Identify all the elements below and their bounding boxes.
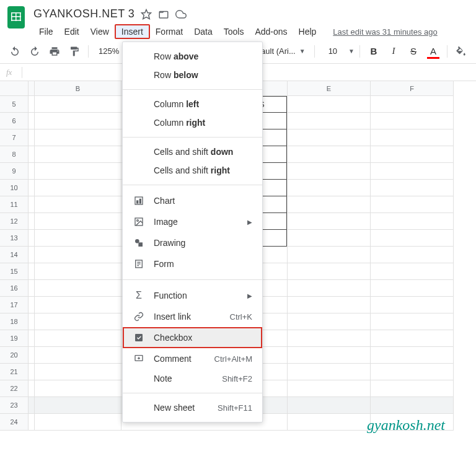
cell[interactable] bbox=[29, 347, 35, 364]
row-header[interactable]: 11 bbox=[0, 196, 29, 213]
cell[interactable] bbox=[288, 196, 371, 213]
cell[interactable] bbox=[29, 180, 35, 196]
cell[interactable] bbox=[288, 330, 371, 347]
cell[interactable] bbox=[371, 196, 454, 213]
row-header[interactable]: 19 bbox=[0, 330, 29, 347]
menu-item-chart[interactable]: Chart bbox=[123, 190, 262, 211]
select-all-cell[interactable] bbox=[0, 81, 29, 96]
cell[interactable] bbox=[29, 146, 35, 163]
move-icon[interactable] bbox=[158, 9, 169, 20]
cell[interactable] bbox=[288, 213, 371, 230]
row-header[interactable]: 22 bbox=[0, 380, 29, 397]
cell[interactable] bbox=[29, 397, 35, 414]
cell[interactable] bbox=[35, 313, 121, 330]
cell[interactable] bbox=[371, 146, 454, 163]
cell[interactable] bbox=[35, 380, 121, 397]
menu-item-cells-down[interactable]: Cells and shift down bbox=[123, 142, 262, 161]
redo-button[interactable] bbox=[26, 43, 43, 60]
cell[interactable] bbox=[288, 263, 371, 280]
cloud-icon[interactable] bbox=[175, 9, 187, 20]
row-header[interactable]: 14 bbox=[0, 247, 29, 263]
cell[interactable] bbox=[371, 180, 454, 196]
cell[interactable] bbox=[371, 230, 454, 247]
fill-color-button[interactable] bbox=[452, 43, 470, 60]
menu-view[interactable]: View bbox=[85, 24, 115, 39]
cell[interactable] bbox=[371, 96, 454, 113]
row-header[interactable]: 20 bbox=[0, 347, 29, 364]
cell[interactable] bbox=[371, 313, 454, 330]
cell[interactable] bbox=[29, 163, 35, 180]
row-header[interactable]: 5 bbox=[0, 96, 29, 113]
menu-item-image[interactable]: Image ▶ bbox=[123, 211, 262, 232]
menu-addons[interactable]: Add-ons bbox=[249, 24, 293, 39]
cell[interactable] bbox=[35, 96, 121, 113]
cell[interactable] bbox=[29, 280, 35, 297]
menu-help[interactable]: Help bbox=[293, 24, 322, 39]
cell[interactable] bbox=[35, 280, 121, 297]
cell[interactable] bbox=[29, 230, 35, 247]
cell[interactable] bbox=[35, 180, 121, 196]
cell[interactable] bbox=[35, 414, 121, 431]
cell[interactable] bbox=[29, 380, 35, 397]
column-header[interactable] bbox=[29, 81, 35, 96]
menu-item-row-above[interactable]: Row above bbox=[123, 47, 262, 66]
star-icon[interactable] bbox=[141, 9, 152, 20]
cell[interactable] bbox=[35, 297, 121, 313]
cell[interactable] bbox=[371, 397, 454, 414]
cell[interactable] bbox=[29, 414, 35, 431]
cell[interactable] bbox=[35, 129, 121, 146]
cell[interactable] bbox=[288, 380, 371, 397]
bold-button[interactable]: B bbox=[365, 43, 382, 60]
cell[interactable] bbox=[29, 247, 35, 263]
cell[interactable] bbox=[35, 347, 121, 364]
cell[interactable] bbox=[35, 247, 121, 263]
cell[interactable] bbox=[35, 196, 121, 213]
cell[interactable] bbox=[288, 113, 371, 129]
row-header[interactable]: 17 bbox=[0, 297, 29, 313]
column-header[interactable]: B bbox=[35, 81, 121, 96]
cell[interactable] bbox=[29, 213, 35, 230]
menu-file[interactable]: File bbox=[33, 24, 59, 39]
menu-item-new-sheet[interactable]: New sheet Shift+F11 bbox=[123, 398, 262, 417]
cell[interactable] bbox=[288, 96, 371, 113]
cell[interactable] bbox=[35, 113, 121, 129]
font-size-value[interactable]: 10 bbox=[320, 46, 346, 56]
menu-item-note[interactable]: Note Shift+F2 bbox=[123, 369, 262, 388]
cell[interactable] bbox=[288, 280, 371, 297]
undo-button[interactable] bbox=[6, 43, 24, 60]
menu-item-insert-link[interactable]: Insert link Ctrl+K bbox=[123, 306, 262, 327]
cell[interactable] bbox=[29, 129, 35, 146]
cell[interactable] bbox=[371, 380, 454, 397]
cell[interactable] bbox=[288, 347, 371, 364]
cell[interactable] bbox=[371, 113, 454, 129]
row-header[interactable]: 16 bbox=[0, 280, 29, 297]
row-header[interactable]: 9 bbox=[0, 163, 29, 180]
cell[interactable] bbox=[29, 263, 35, 280]
row-header[interactable]: 8 bbox=[0, 146, 29, 163]
row-header[interactable]: 6 bbox=[0, 113, 29, 129]
row-header[interactable]: 12 bbox=[0, 213, 29, 230]
menu-data[interactable]: Data bbox=[188, 24, 218, 39]
cell[interactable] bbox=[35, 397, 121, 414]
menu-item-drawing[interactable]: Drawing bbox=[123, 232, 262, 253]
cell[interactable] bbox=[288, 364, 371, 380]
cell[interactable] bbox=[29, 364, 35, 380]
menu-item-function[interactable]: Σ Function ▶ bbox=[123, 285, 262, 306]
strikethrough-button[interactable]: S bbox=[405, 43, 422, 60]
cell[interactable] bbox=[35, 364, 121, 380]
cell[interactable] bbox=[371, 297, 454, 313]
menu-item-column-left[interactable]: Column left bbox=[123, 95, 262, 113]
cell[interactable] bbox=[371, 247, 454, 263]
row-header[interactable]: 10 bbox=[0, 180, 29, 196]
cell[interactable] bbox=[371, 163, 454, 180]
document-title[interactable]: GYANKOSH.NET 3 bbox=[33, 7, 134, 20]
row-header[interactable]: 23 bbox=[0, 397, 29, 414]
text-color-button[interactable]: A bbox=[425, 43, 442, 60]
row-header[interactable]: 15 bbox=[0, 263, 29, 280]
row-header[interactable]: 13 bbox=[0, 230, 29, 247]
cell[interactable] bbox=[371, 364, 454, 380]
cell[interactable] bbox=[35, 263, 121, 280]
cell[interactable] bbox=[288, 414, 371, 431]
paint-format-button[interactable] bbox=[66, 43, 83, 60]
cell[interactable] bbox=[29, 297, 35, 313]
